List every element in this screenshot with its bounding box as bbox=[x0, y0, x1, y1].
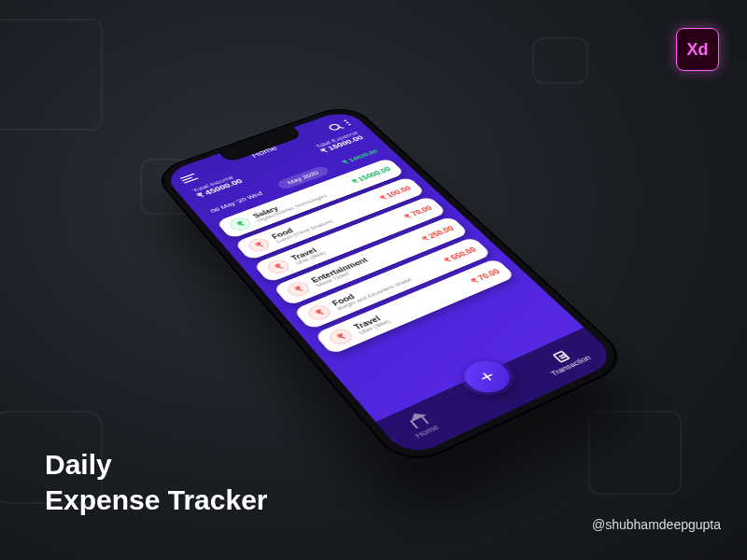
rupee-icon: ₹ bbox=[264, 258, 292, 276]
rupee-icon: ₹ bbox=[326, 327, 356, 347]
home-icon bbox=[409, 415, 429, 428]
transaction-amount: ₹ 70.00 bbox=[402, 204, 433, 219]
author-credit: @shubhamdeepgupta bbox=[592, 517, 721, 532]
rupee-icon: ₹ bbox=[304, 302, 333, 322]
transaction-category: Travel bbox=[352, 279, 467, 330]
overflow-icon[interactable] bbox=[344, 119, 351, 125]
transaction-list: ₹SalaryDigitechGeeks Technologies₹ 15000… bbox=[216, 158, 570, 412]
bottom-nav: Home Transaction bbox=[375, 328, 619, 459]
bg-deco bbox=[532, 37, 588, 84]
nav-home-label: Home bbox=[414, 423, 441, 440]
transaction-sub: Uber (Bike) bbox=[358, 286, 471, 336]
add-button[interactable]: + bbox=[456, 356, 518, 399]
rupee-icon: ₹ bbox=[227, 216, 254, 232]
rupee-icon: ₹ bbox=[284, 280, 313, 299]
hero-caption: Daily Expense Tracker bbox=[45, 447, 268, 517]
caption-line2: Expense Tracker bbox=[45, 483, 268, 518]
caption-line1: Daily bbox=[45, 447, 268, 483]
xd-badge: Xd bbox=[676, 28, 719, 71]
transaction-amount: ₹ 70.00 bbox=[469, 268, 500, 285]
bg-deco bbox=[0, 19, 103, 131]
menu-icon[interactable] bbox=[180, 174, 199, 184]
transaction-amount: ₹ 15000.00 bbox=[349, 166, 391, 185]
transaction-amount: ₹ 250.00 bbox=[420, 225, 456, 243]
transaction-icon bbox=[552, 350, 571, 363]
rupee-icon: ₹ bbox=[246, 236, 274, 254]
transaction-amount: ₹ 100.00 bbox=[378, 185, 413, 201]
transaction-row[interactable]: ₹TravelUber (Bike)₹ 70.00 bbox=[314, 258, 515, 355]
nav-home[interactable]: Home bbox=[404, 413, 440, 440]
nav-transaction-label: Transaction bbox=[548, 354, 592, 377]
app-screen: Home Total Income ₹ 45000.00 Total Expen… bbox=[162, 108, 619, 459]
transaction-category: Food bbox=[331, 259, 440, 307]
transaction-amount: ₹ 550.00 bbox=[442, 245, 478, 263]
transaction-sub: Burger and Keventers Shake bbox=[336, 264, 444, 311]
xd-badge-label: Xd bbox=[686, 40, 708, 60]
bg-deco bbox=[588, 411, 682, 495]
search-icon[interactable] bbox=[327, 122, 342, 131]
nav-transaction[interactable]: Transaction bbox=[538, 343, 592, 377]
plus-icon: + bbox=[473, 366, 501, 388]
phone-frame: Home Total Income ₹ 45000.00 Total Expen… bbox=[149, 103, 633, 470]
